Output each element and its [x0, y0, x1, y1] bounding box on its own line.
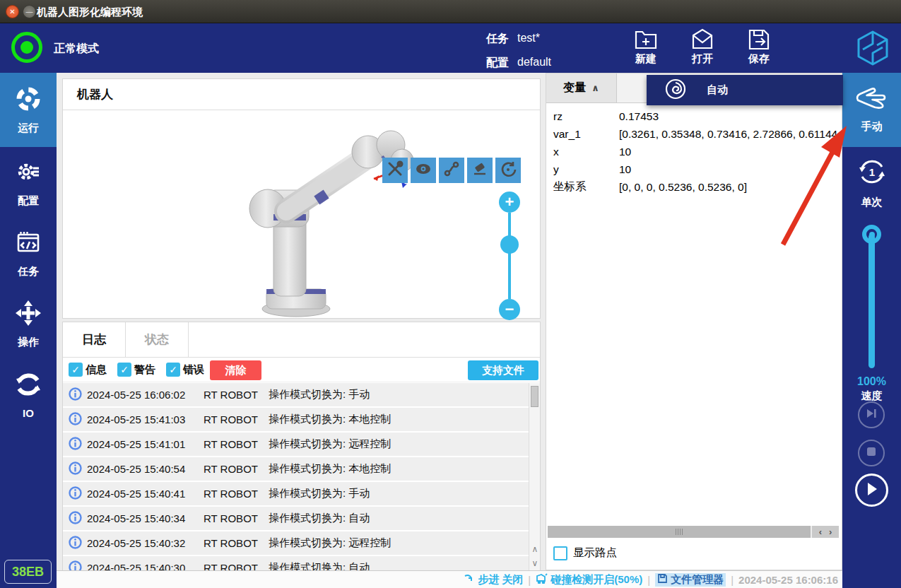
mode-menu-popup[interactable]: 自动 — [647, 75, 843, 105]
svg-text:1: 1 — [868, 166, 874, 178]
variables-tab[interactable]: 变量 ∧ — [546, 74, 617, 102]
statusbar-timestamp: 2024-05-25 16:06:16 — [738, 574, 838, 586]
variable-name: y — [553, 163, 619, 176]
checkbox-checked-icon: ✓ — [117, 363, 131, 377]
log-row[interactable]: 2024-05-25 15:41:03 RT ROBOT 操作模式切换为: 本地… — [63, 408, 529, 431]
info-icon — [69, 511, 83, 527]
robot-programming-app: ✕ — 机器人图形化编程环境 正常模式 任务 test* 配置 default … — [0, 0, 901, 588]
window-close-button[interactable]: ✕ — [6, 5, 19, 18]
sidebar-item-label: 任务 — [18, 265, 39, 278]
variables-panel: 变量 ∧ rz 0.17453 var_1 [0.3261, 0.35348, … — [546, 73, 842, 570]
zoom-slider-thumb[interactable] — [500, 235, 519, 254]
manual-mode-button[interactable]: 手动 — [842, 73, 901, 147]
close-icon: ✕ — [9, 8, 15, 16]
gear-icon — [14, 158, 42, 189]
file-manager-button[interactable]: 文件管理器 — [655, 573, 726, 587]
auto-mode-icon — [664, 78, 687, 103]
log-row[interactable]: 2024-05-25 15:40:41 RT ROBOT 操作模式切换为: 手动 — [63, 482, 529, 505]
filter-warning-checkbox[interactable]: ✓ 警告 — [117, 363, 155, 377]
log-scrollbar[interactable]: ∧ ∨ — [529, 383, 540, 570]
variable-name: 坐标系 — [553, 180, 619, 194]
play-button[interactable] — [855, 474, 888, 507]
variables-hscrollbar[interactable] — [548, 526, 813, 538]
log-scrollbar-thumb[interactable] — [531, 386, 538, 407]
auto-mode-menu-item[interactable]: 自动 — [707, 83, 728, 97]
filter-info-checkbox[interactable]: ✓ 信息 — [69, 363, 107, 377]
log-row[interactable]: 2024-05-25 15:40:32 RT ROBOT 操作模式切换为: 远程… — [63, 531, 529, 555]
variable-row[interactable]: y 10 — [553, 160, 842, 178]
path-icon — [443, 160, 460, 180]
log-row[interactable]: 2024-05-25 15:40:54 RT ROBOT 操作模式切换为: 本地… — [63, 457, 529, 481]
filter-error-checkbox[interactable]: ✓ 错误 — [166, 363, 204, 377]
task-field: 任务 test* — [486, 32, 540, 47]
visibility-button[interactable] — [411, 158, 436, 183]
log-tabs: 日志 状态 — [63, 322, 540, 358]
step-forward-button[interactable] — [858, 401, 885, 428]
log-message: 操作模式切换为: 手动 — [269, 487, 370, 500]
log-list[interactable]: 2024-05-25 16:06:02 RT ROBOT 操作模式切换为: 手动… — [63, 383, 529, 570]
stop-button[interactable] — [858, 440, 885, 466]
variable-value: 10 — [619, 163, 838, 176]
zoom-slider-track[interactable] — [508, 213, 511, 299]
single-run-button[interactable]: 1 单次 — [842, 147, 901, 218]
variable-row[interactable]: var_1 [0.3261, 0.35348, 0.73416, 2.72866… — [553, 125, 842, 143]
info-icon — [69, 560, 83, 571]
log-row[interactable]: 2024-05-25 15:40:30 RT ROBOT 操作模式切换为: 自动 — [63, 556, 529, 570]
sidebar-item-label: IO — [23, 407, 34, 419]
variables-tab-label: 变量 — [563, 81, 586, 95]
tools-button[interactable] — [382, 158, 408, 183]
sidebar-item-run[interactable]: 运行 — [0, 73, 57, 147]
log-source: RT ROBOT — [204, 512, 269, 524]
single-cycle-icon: 1 — [856, 156, 888, 190]
robot-3d-viewport[interactable]: + − — [63, 111, 540, 318]
zoom-out-button[interactable]: − — [499, 299, 520, 320]
log-source: RT ROBOT — [204, 488, 269, 500]
step-mode-toggle[interactable]: 步进 关闭 — [464, 573, 523, 587]
eraser-button[interactable] — [467, 158, 493, 183]
log-message: 操作模式切换为: 自动 — [269, 512, 370, 525]
info-icon — [69, 387, 83, 403]
show-waypoints-checkbox[interactable]: 显示路点 — [553, 546, 617, 560]
log-row[interactable]: 2024-05-25 15:41:01 RT ROBOT 操作模式切换为: 远程… — [63, 433, 529, 456]
statusbar-divider: | — [731, 574, 734, 586]
sidebar-item-io[interactable]: IO — [0, 359, 57, 430]
log-row[interactable]: 2024-05-25 16:06:02 RT ROBOT 操作模式切换为: 手动 — [63, 383, 529, 406]
speed-slider-thumb[interactable] — [862, 225, 881, 244]
variable-row[interactable]: 坐标系 [0, 0, 0, 0.5236, 0.5236, 0] — [553, 178, 842, 196]
tab-status[interactable]: 状态 — [126, 322, 189, 357]
scroll-left-icon[interactable]: ‹ — [819, 527, 822, 537]
run-icon — [14, 85, 42, 116]
tab-log[interactable]: 日志 — [63, 322, 126, 357]
speed-slider-track[interactable] — [868, 234, 875, 368]
filter-warning-label: 警告 — [134, 363, 155, 377]
support-files-button[interactable]: 支持文件 — [468, 360, 538, 380]
log-source: RT ROBOT — [204, 389, 269, 401]
info-icon — [69, 461, 83, 477]
hscroll-arrows: ‹ › — [812, 526, 839, 538]
variable-row[interactable]: x 10 — [553, 143, 842, 160]
sidebar-item-operate[interactable]: 操作 — [0, 288, 57, 359]
variable-row[interactable]: rz 0.17453 — [553, 107, 842, 125]
window-minimize-button[interactable]: — — [23, 5, 36, 18]
scroll-up-icon[interactable]: ∧ — [529, 542, 541, 556]
sidebar-item-task[interactable]: 任务 — [0, 218, 57, 288]
new-button[interactable]: 新建 — [625, 27, 666, 71]
manual-mode-label: 手动 — [861, 120, 883, 134]
variables-hscrollbar-thumb[interactable] — [548, 526, 811, 538]
sidebar-item-config[interactable]: 配置 — [0, 147, 57, 218]
collision-detection-toggle[interactable]: 碰撞检测开启(50%) — [536, 573, 642, 587]
scroll-down-icon[interactable]: ∨ — [529, 556, 541, 570]
window-title: 机器人图形化编程环境 — [37, 0, 143, 23]
scroll-right-icon[interactable]: › — [829, 527, 832, 537]
variable-name: rz — [553, 110, 619, 123]
new-label: 新建 — [625, 52, 666, 66]
clear-log-button[interactable]: 清除 — [210, 360, 261, 380]
info-icon — [69, 412, 83, 428]
save-button[interactable]: 保存 — [738, 27, 779, 71]
status-badge: 38EB — [4, 560, 52, 584]
zoom-in-button[interactable]: + — [499, 192, 520, 213]
open-button[interactable]: 打开 — [682, 27, 723, 71]
rotate-view-button[interactable] — [495, 158, 521, 183]
path-button[interactable] — [439, 158, 464, 183]
log-row[interactable]: 2024-05-25 15:40:34 RT ROBOT 操作模式切换为: 自动 — [63, 507, 529, 530]
